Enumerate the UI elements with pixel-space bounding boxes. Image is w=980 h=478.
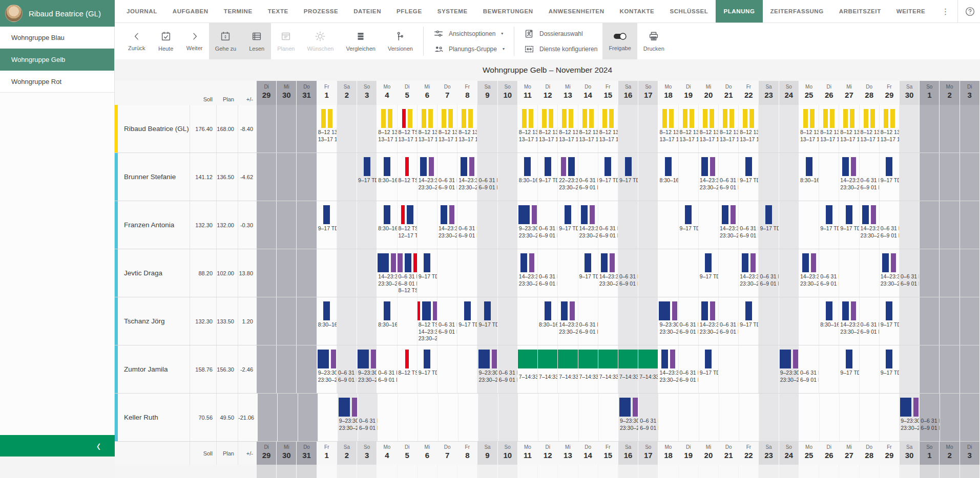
zurueck-button[interactable]: Zurück bbox=[122, 23, 152, 59]
shift-cell[interactable]: 8–12 1313–17 13 bbox=[317, 105, 337, 153]
shift-cell[interactable]: 0–6 31 F6–9 01 E bbox=[860, 297, 880, 345]
shift-cell[interactable] bbox=[799, 394, 819, 441]
shift-cell[interactable] bbox=[518, 297, 538, 345]
shift-cell[interactable]: 9–17 TD, bbox=[357, 153, 377, 201]
shift-cell[interactable]: 8:30–16 bbox=[518, 153, 538, 201]
shift-cell[interactable] bbox=[439, 394, 458, 441]
nav-tab-arbeitszeit[interactable]: ARBEITSZEIT bbox=[831, 0, 889, 23]
shift-cell[interactable] bbox=[940, 394, 960, 441]
shift-cell[interactable] bbox=[337, 153, 357, 201]
shift-cell[interactable] bbox=[940, 201, 960, 249]
shift-cell[interactable]: 9–17 TD, bbox=[618, 153, 638, 201]
shift-cell[interactable] bbox=[840, 394, 860, 441]
shift-cell[interactable]: 0–6 31 F6–9 01 E bbox=[679, 345, 699, 393]
shift-cell[interactable] bbox=[920, 153, 940, 201]
shift-cell[interactable] bbox=[498, 201, 518, 249]
shift-cell[interactable] bbox=[498, 249, 518, 297]
shift-cell[interactable] bbox=[457, 345, 477, 393]
shift-cell[interactable] bbox=[719, 394, 739, 441]
shift-cell[interactable]: 8–12 1313–17 13 bbox=[739, 105, 759, 153]
shift-cell[interactable] bbox=[779, 201, 799, 249]
nav-tab-journal[interactable]: JOURNAL bbox=[119, 0, 165, 23]
shift-cell[interactable]: 8:30–16 bbox=[377, 201, 397, 249]
shift-cell[interactable]: 0–6 31 F6–9 01 B bbox=[358, 394, 378, 441]
shift-cell[interactable]: 0–6 31 F6–9 01 B bbox=[337, 345, 357, 393]
shift-cell[interactable] bbox=[819, 153, 839, 201]
shift-cell[interactable]: 8–12 1313–17 13 bbox=[679, 105, 699, 153]
shift-cell[interactable]: 0–6 31 F6–9 01 B bbox=[719, 297, 739, 345]
shift-cell[interactable] bbox=[679, 394, 699, 441]
shift-cell[interactable] bbox=[277, 105, 297, 153]
shift-cell[interactable] bbox=[638, 201, 658, 249]
nav-tab-prozesse[interactable]: PROZESSE bbox=[296, 0, 346, 23]
shift-cell[interactable]: 9–23:3023:30–24 bbox=[619, 394, 639, 441]
shift-cell[interactable] bbox=[779, 297, 799, 345]
shift-cell[interactable] bbox=[318, 394, 338, 441]
shift-cell[interactable]: 0–6 31 F6–9 01 B bbox=[437, 297, 457, 345]
shift-cell[interactable]: 8–12 1313–17 13 bbox=[578, 105, 598, 153]
shift-cell[interactable] bbox=[437, 249, 457, 297]
shift-cell[interactable] bbox=[719, 249, 739, 297]
shift-cell[interactable] bbox=[618, 105, 638, 153]
shift-cell[interactable]: 0–6 31 F6–9 01 B bbox=[900, 249, 920, 297]
shift-cell[interactable]: 8–12 TS, bbox=[398, 153, 418, 201]
shift-cell[interactable] bbox=[799, 297, 819, 345]
shift-cell[interactable] bbox=[940, 153, 960, 201]
staff-name-cell[interactable]: Franzen Antonia bbox=[115, 201, 190, 249]
shift-cell[interactable] bbox=[658, 249, 678, 297]
shift-cell[interactable] bbox=[317, 249, 337, 297]
dienste-konfigurieren-button[interactable]: Dienste konfigurieren bbox=[524, 42, 597, 56]
shift-cell[interactable] bbox=[679, 153, 699, 201]
shift-cell[interactable]: 9–17 TD, bbox=[558, 201, 578, 249]
shift-cell[interactable]: 0–6 31 F6–9 01 B bbox=[739, 201, 759, 249]
shift-cell[interactable] bbox=[257, 297, 277, 345]
shift-cell[interactable]: 0–6 31 F6–9 01 B bbox=[598, 201, 618, 249]
staff-name-cell[interactable]: Brunner Stefanie bbox=[115, 153, 190, 201]
shift-cell[interactable] bbox=[277, 201, 297, 249]
shift-cell[interactable]: 22–23:3023:30–24 bbox=[558, 153, 578, 201]
shift-cell[interactable]: 0–6 31 F6–9 01 B bbox=[819, 249, 839, 297]
shift-cell[interactable] bbox=[579, 394, 599, 441]
shift-cell[interactable] bbox=[638, 249, 658, 297]
shift-cell[interactable]: 0–6 31 F6–9 01 B bbox=[719, 153, 739, 201]
shift-cell[interactable]: 7–14:33 bbox=[598, 345, 618, 393]
shift-cell[interactable] bbox=[839, 249, 859, 297]
shift-cell[interactable]: 0–6 31 F6–9 01 E bbox=[578, 297, 598, 345]
shift-cell[interactable] bbox=[860, 394, 880, 441]
shift-cell[interactable] bbox=[297, 297, 317, 345]
vergleichen-button[interactable]: Vergleichen bbox=[340, 23, 382, 59]
shift-cell[interactable] bbox=[960, 345, 980, 393]
shift-cell[interactable] bbox=[337, 105, 357, 153]
nav-tab-weitere[interactable]: WEITERE bbox=[889, 0, 933, 23]
shift-cell[interactable]: 0–6 31 F6–8 01 B8–12 TS, bbox=[398, 249, 418, 297]
shift-cell[interactable]: 7–14:33 bbox=[558, 345, 578, 393]
shift-cell[interactable] bbox=[357, 201, 377, 249]
shift-cell[interactable]: 9–23:3023:30–24 bbox=[357, 345, 377, 393]
shift-cell[interactable]: 0–6 31 F6–9 01 B bbox=[759, 249, 779, 297]
shift-cell[interactable] bbox=[558, 249, 578, 297]
shift-cell[interactable] bbox=[598, 297, 618, 345]
shift-cell[interactable]: 14–23:3023:30–24 bbox=[658, 345, 678, 393]
shift-cell[interactable] bbox=[477, 105, 497, 153]
shift-cell[interactable]: 14–23:3023:30–24 bbox=[860, 201, 880, 249]
heute-button[interactable]: Heute bbox=[152, 23, 180, 59]
shift-cell[interactable]: 0–6 31 F6–9 01 E bbox=[477, 153, 497, 201]
sidebar-item-wohngruppe-gelb[interactable]: Wohngruppe Gelb bbox=[0, 49, 114, 71]
shift-cell[interactable] bbox=[779, 153, 799, 201]
shift-cell[interactable] bbox=[498, 153, 518, 201]
shift-cell[interactable]: 0–6 31 F6–9 01 E bbox=[498, 345, 518, 393]
shift-cell[interactable]: 14–23:3023:30–24 bbox=[457, 153, 477, 201]
shift-cell[interactable] bbox=[538, 394, 558, 441]
shift-cell[interactable] bbox=[920, 201, 940, 249]
shift-cell[interactable] bbox=[357, 297, 377, 345]
shift-cell[interactable] bbox=[679, 249, 699, 297]
shift-cell[interactable]: 8:30–16 bbox=[819, 297, 839, 345]
shift-cell[interactable] bbox=[258, 394, 278, 441]
sidebar-collapse-bar[interactable]: ‹ bbox=[0, 435, 115, 457]
shift-cell[interactable]: 0–6 31 F6–9 01 E bbox=[860, 153, 880, 201]
shift-cell[interactable]: 9–17 TD, bbox=[418, 345, 437, 393]
nav-tab-dateien[interactable]: DATEIEN bbox=[346, 0, 389, 23]
shift-cell[interactable]: 9–23:3023:30–24 bbox=[658, 297, 678, 345]
shift-cell[interactable]: 0–6 31 F6–9 01 B bbox=[799, 345, 819, 393]
shift-cell[interactable]: 14–23:3023:30–24 bbox=[578, 201, 598, 249]
